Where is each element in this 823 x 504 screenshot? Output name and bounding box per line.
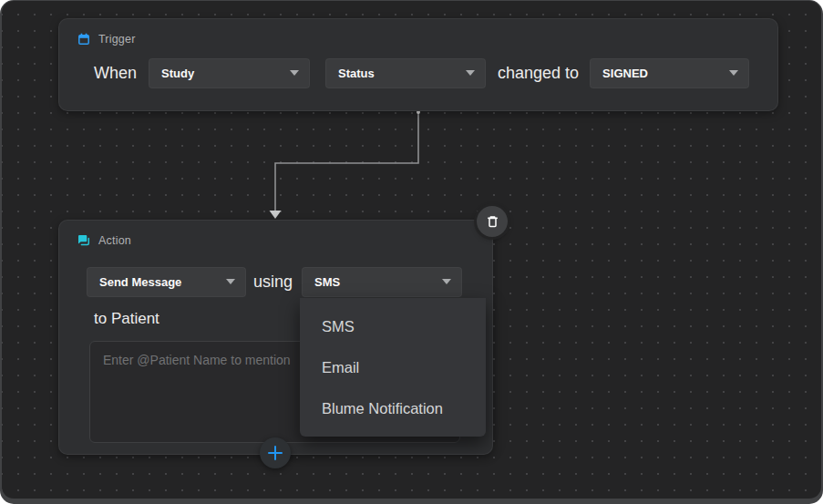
menu-item-blume-notification[interactable]: Blume Notification [300, 388, 486, 429]
trigger-field-value: Status [338, 67, 375, 80]
delete-action-button[interactable] [477, 206, 508, 237]
trigger-title: Trigger [98, 33, 136, 46]
action-type-select[interactable]: Send Message [87, 267, 246, 297]
add-step-button[interactable] [260, 437, 291, 468]
trigger-status-select[interactable]: SIGNED [590, 58, 749, 88]
trigger-entity-value: Study [161, 67, 194, 80]
trigger-field-select[interactable]: Status [325, 58, 486, 88]
when-label: When [94, 64, 137, 83]
trigger-status-value: SIGNED [602, 67, 648, 80]
using-label: using [253, 273, 293, 292]
trigger-condition-row: When Study Status changed to SIGNED [94, 57, 749, 88]
trigger-entity-select[interactable]: Study [149, 58, 310, 88]
trigger-header: Trigger [77, 33, 136, 46]
changed-to-label: changed to [498, 64, 579, 83]
calendar-icon [77, 33, 90, 46]
chevron-down-icon [442, 279, 451, 284]
action-title: Action [98, 234, 131, 247]
chevron-down-icon [290, 70, 299, 76]
trigger-node[interactable]: Trigger When Study Status changed to SIG… [58, 18, 778, 111]
app-window: Trigger When Study Status changed to SIG… [0, 0, 823, 504]
chevron-down-icon [729, 70, 738, 76]
menu-item-sms[interactable]: SMS [300, 306, 486, 347]
menu-item-email[interactable]: Email [300, 347, 486, 388]
plus-icon [266, 444, 284, 462]
chevron-down-icon [226, 279, 235, 284]
action-type-value: Send Message [99, 275, 181, 289]
recipient-label: to Patient [94, 310, 159, 328]
workflow-canvas[interactable]: Trigger When Study Status changed to SIG… [2, 1, 821, 499]
action-header: Action [77, 234, 131, 247]
trash-icon [485, 214, 500, 230]
action-config-row: Send Message using SMS [87, 266, 462, 297]
chevron-down-icon [466, 70, 475, 76]
chat-bubbles-icon [77, 234, 90, 247]
channel-select[interactable]: SMS [302, 267, 462, 297]
channel-dropdown-menu: SMS Email Blume Notification [300, 298, 486, 437]
channel-value: SMS [314, 275, 340, 289]
